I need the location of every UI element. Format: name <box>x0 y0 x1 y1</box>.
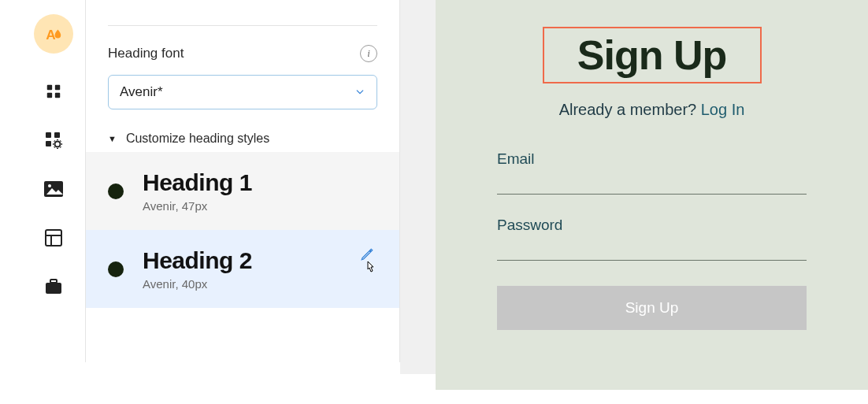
svg-rect-15 <box>50 280 57 283</box>
settings-grid-icon <box>44 131 63 150</box>
heading-style-1[interactable]: Heading 1 Avenir, 47px <box>86 152 399 230</box>
svg-rect-2 <box>55 85 60 90</box>
font-dropdown-value: Avenir* <box>120 84 163 100</box>
login-link[interactable]: Log In <box>701 101 745 118</box>
grid-icon <box>45 83 62 100</box>
password-field[interactable] <box>497 239 807 261</box>
svg-rect-5 <box>46 132 51 138</box>
svg-point-10 <box>48 184 51 187</box>
theme-button[interactable]: A <box>34 14 73 54</box>
triangle-down-icon: ▼ <box>108 134 117 143</box>
image-icon <box>44 181 63 197</box>
grid-button[interactable] <box>43 80 65 102</box>
image-button[interactable] <box>43 178 65 200</box>
settings-grid-button[interactable] <box>43 129 65 151</box>
signup-title: Sign Up <box>552 32 752 79</box>
svg-text:A: A <box>46 27 56 43</box>
signup-title-selection[interactable]: Sign Up <box>543 27 762 83</box>
customize-toggle[interactable]: ▼ Customize heading styles <box>108 132 377 146</box>
member-text: Already a member? <box>559 101 701 118</box>
svg-point-8 <box>55 142 61 147</box>
style-title: Heading 2 <box>143 247 252 274</box>
chevron-down-icon <box>354 87 365 98</box>
style-subtitle: Avenir, 47px <box>143 199 252 213</box>
font-dropdown[interactable]: Avenir* <box>108 75 377 109</box>
theme-panel: Heading font i Avenir* ▼ Customize headi… <box>85 0 400 362</box>
svg-rect-11 <box>46 230 61 246</box>
heading-style-2[interactable]: Heading 2 Avenir, 40px <box>86 230 399 308</box>
email-field[interactable] <box>497 172 807 195</box>
signup-button[interactable]: Sign Up <box>497 286 807 330</box>
member-row: Already a member? Log In <box>436 101 868 119</box>
cursor-pointer-icon <box>363 260 377 276</box>
info-icon[interactable]: i <box>360 45 377 62</box>
svg-rect-4 <box>55 93 60 98</box>
svg-rect-3 <box>47 93 52 98</box>
section-icon <box>45 229 62 246</box>
tool-rail: A <box>30 14 77 298</box>
section-button[interactable] <box>43 227 65 249</box>
preview-gutter <box>400 0 436 374</box>
password-label: Password <box>497 217 807 234</box>
divider <box>108 25 377 26</box>
preview-canvas: Sign Up Already a member? Log In Email P… <box>436 0 868 390</box>
heading-font-label: Heading font <box>108 46 184 61</box>
svg-rect-6 <box>46 141 51 146</box>
svg-rect-14 <box>46 283 61 294</box>
style-title: Heading 1 <box>143 169 252 196</box>
svg-rect-1 <box>47 85 52 90</box>
email-label: Email <box>497 150 807 168</box>
briefcase-icon <box>45 279 62 295</box>
type-drop-icon: A <box>43 24 64 44</box>
briefcase-button[interactable] <box>43 276 65 298</box>
style-subtitle: Avenir, 40px <box>143 277 252 291</box>
svg-rect-7 <box>54 132 60 138</box>
color-swatch <box>108 183 124 199</box>
color-swatch <box>108 261 124 277</box>
customize-label: Customize heading styles <box>126 132 269 146</box>
